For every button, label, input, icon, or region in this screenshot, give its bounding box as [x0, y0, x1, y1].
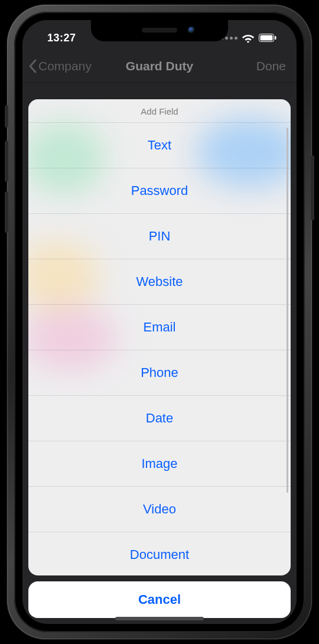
option-password[interactable]: Password: [28, 168, 291, 213]
mute-switch[interactable]: [5, 105, 8, 128]
option-date[interactable]: Date: [28, 395, 291, 441]
power-button[interactable]: [311, 155, 314, 220]
earpiece: [142, 28, 177, 32]
status-time: 13:27: [39, 26, 76, 44]
battery-icon: [259, 34, 276, 42]
option-phone[interactable]: Phone: [28, 350, 291, 395]
scrollbar-indicator: [287, 128, 288, 493]
front-camera: [188, 27, 195, 34]
option-website[interactable]: Website: [28, 259, 291, 304]
option-document[interactable]: Document: [28, 532, 291, 575]
action-sheet-title: Add Field: [28, 99, 291, 122]
phone-frame: 13:27 Company Guard Duty Done: [7, 5, 312, 639]
volume-down-button[interactable]: [5, 191, 8, 233]
option-email[interactable]: Email: [28, 304, 291, 350]
action-sheet-scroll[interactable]: Text Password PIN Website Email Phone Da…: [28, 122, 291, 575]
option-video[interactable]: Video: [28, 486, 291, 532]
option-text[interactable]: Text: [28, 122, 291, 168]
notch: [91, 20, 228, 41]
cancel-button[interactable]: Cancel: [28, 581, 291, 618]
wifi-icon: [242, 33, 255, 43]
option-pin[interactable]: PIN: [28, 213, 291, 259]
home-indicator[interactable]: [115, 617, 204, 620]
svg-rect-1: [261, 35, 273, 41]
option-image[interactable]: Image: [28, 441, 291, 486]
svg-rect-2: [275, 36, 276, 40]
action-sheet-panel: Add Field Text Password PIN Website Emai…: [28, 99, 291, 575]
action-sheet: Add Field Text Password PIN Website Emai…: [28, 99, 291, 618]
volume-up-button[interactable]: [5, 141, 8, 182]
screen: 13:27 Company Guard Duty Done: [22, 20, 297, 624]
